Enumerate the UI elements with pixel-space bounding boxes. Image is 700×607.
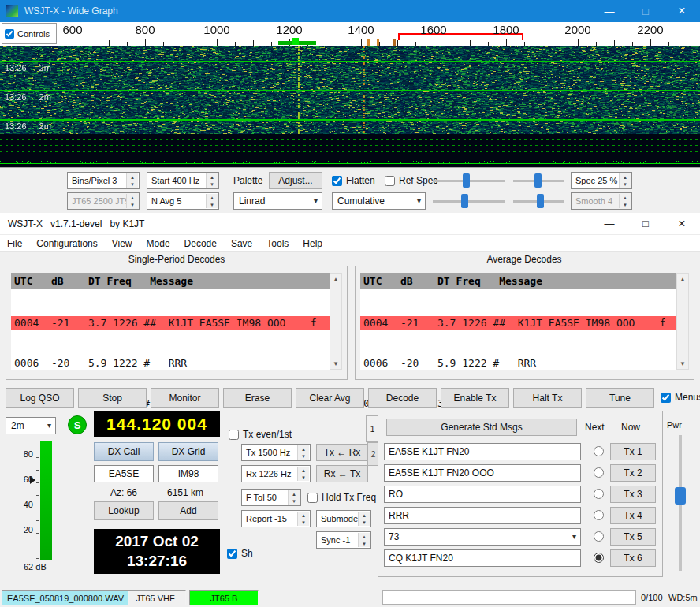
tx6-next-radio[interactable]	[594, 553, 604, 563]
zero-slider[interactable]	[513, 173, 564, 188]
spin-up-icon[interactable]: ▴	[359, 512, 370, 519]
pwr-slider-handle[interactable]	[675, 487, 686, 505]
tx3-next-radio[interactable]	[594, 489, 604, 499]
tx5-next-radio[interactable]	[594, 531, 604, 542]
tx-even-checkbox-input[interactable]	[229, 430, 239, 440]
spin-down-icon[interactable]: ▾	[298, 452, 309, 460]
flatten-checkbox[interactable]: Flatten	[332, 175, 375, 186]
tx1-now-button[interactable]: Tx 1	[610, 443, 656, 460]
slider-handle[interactable]	[534, 173, 542, 188]
spin-down-icon[interactable]: ▾	[298, 474, 309, 481]
menu-tools[interactable]: Tools	[259, 235, 296, 251]
hold-tx-freq-checkbox[interactable]: Hold Tx Freq	[307, 492, 376, 503]
waterfall-canvas[interactable]	[0, 46, 700, 167]
scroll-up-icon[interactable]: ▲	[677, 274, 688, 285]
spin-up-icon[interactable]: ▴	[298, 445, 309, 452]
zero2-slider[interactable]	[513, 194, 564, 208]
single-period-decode-list[interactable]: 0004 -21 3.7 1226 ## K1JT EA5SE IM98 OOO…	[11, 289, 330, 370]
gain2-slider[interactable]	[433, 194, 505, 208]
spin-down-icon[interactable]: ▾	[207, 181, 218, 188]
maximize-icon[interactable]: □	[627, 213, 664, 234]
frequency-scale[interactable]: Controls 600 800 1000 1200 1400 1600 180…	[0, 22, 700, 46]
spin-down-icon[interactable]: ▾	[289, 497, 300, 505]
start-freq-spinbox[interactable]: Start 400 Hz ▴▾	[147, 172, 219, 189]
decode-row[interactable]: 0006 -20 5.9 1222 # RRR	[11, 356, 330, 370]
dx-call-field[interactable]: EA5SE	[94, 465, 154, 482]
spin-up-icon[interactable]: ▴	[289, 490, 300, 497]
scroll-down-icon[interactable]: ▼	[677, 358, 688, 369]
slider-handle[interactable]	[537, 194, 544, 208]
ref-spec-checkbox-input[interactable]	[385, 176, 395, 186]
tx4-now-button[interactable]: Tx 4	[610, 507, 656, 524]
menu-mode[interactable]: Mode	[140, 235, 177, 251]
menu-configurations[interactable]: Configurations	[29, 235, 104, 251]
menu-decode[interactable]: Decode	[177, 235, 224, 251]
spin-up-icon[interactable]: ▴	[359, 533, 370, 540]
spin-up-icon[interactable]: ▴	[620, 173, 631, 181]
menu-view[interactable]: View	[105, 235, 140, 251]
menu-help[interactable]: Help	[296, 235, 330, 251]
clear-avg-button[interactable]: Clear Avg	[296, 388, 364, 408]
close-icon[interactable]: ×	[664, 0, 700, 22]
controls-checkbox-input[interactable]	[5, 29, 14, 39]
lookup-button[interactable]: Lookup	[94, 501, 154, 520]
bins-pixel-spinbox[interactable]: Bins/Pixel 3 ▴▾	[67, 172, 140, 189]
slider-handle[interactable]	[461, 194, 468, 208]
minimize-icon[interactable]: —	[591, 0, 627, 22]
decode-row[interactable]: 0006 -20 5.9 1222 # RRR	[360, 356, 676, 370]
wide-graph-titlebar[interactable]: WSJT-X - Wide Graph — □ ×	[0, 0, 700, 22]
tx-even-checkbox[interactable]: Tx even/1st	[229, 429, 292, 440]
log-qso-button[interactable]: Log QSO	[6, 388, 74, 408]
tab-2[interactable]: 2	[367, 442, 378, 466]
tx2-message-field[interactable]: EA5SE K1JT FN20 OOO	[384, 464, 581, 482]
ref-spec-checkbox[interactable]: Ref Spec	[385, 175, 438, 186]
enable-tx-button[interactable]: Enable Tx	[441, 388, 509, 408]
spin-down-icon[interactable]: ▾	[359, 519, 370, 526]
stop-button[interactable]: Stop	[78, 388, 147, 408]
main-titlebar[interactable]: WSJT-X v1.7.1-devel by K1JT — □ ×	[0, 213, 700, 235]
palette-combobox[interactable]: Linrad ▾	[233, 192, 322, 210]
scroll-up-icon[interactable]: ▲	[330, 274, 341, 285]
erase-button[interactable]: Erase	[223, 388, 292, 408]
tx2-now-button[interactable]: Tx 2	[610, 464, 656, 482]
menus-checkbox[interactable]: Menus	[661, 392, 700, 403]
sync-spinbox[interactable]: Sync -1 ▴▾	[316, 531, 371, 549]
sh-checkbox-input[interactable]	[227, 549, 237, 559]
spec-percent-spinbox[interactable]: Spec 25 % ▴▾	[571, 172, 632, 189]
band-combobox[interactable]: 2m ▾	[6, 417, 56, 434]
menu-save[interactable]: Save	[224, 235, 259, 251]
flatten-checkbox-input[interactable]	[332, 176, 342, 186]
hold-tx-freq-checkbox-input[interactable]	[307, 493, 318, 503]
tx4-next-radio[interactable]	[594, 510, 604, 520]
menus-checkbox-input[interactable]	[661, 393, 671, 403]
maximize-icon[interactable]: □	[627, 0, 664, 22]
spin-up-icon[interactable]: ▴	[207, 173, 218, 181]
spin-up-icon[interactable]: ▴	[298, 512, 309, 519]
decode-button[interactable]: Decode	[368, 388, 437, 408]
slider-handle[interactable]	[463, 173, 470, 188]
scrollbar[interactable]: ▲ ▼	[330, 273, 342, 370]
f-tol-spinbox[interactable]: F Tol 50 ▴▾	[241, 489, 301, 506]
spin-down-icon[interactable]: ▾	[127, 181, 138, 188]
close-icon[interactable]: ×	[664, 213, 700, 234]
adjust-button[interactable]: Adjust...	[269, 172, 322, 189]
submode-spinbox[interactable]: Submode B ▴▾	[316, 510, 371, 527]
tx3-message-field[interactable]: RO	[384, 486, 581, 503]
spin-down-icon[interactable]: ▾	[359, 540, 370, 547]
menu-file[interactable]: File	[0, 235, 29, 251]
display-mode-combobox[interactable]: Cumulative ▾	[332, 192, 426, 210]
dx-grid-button[interactable]: DX Grid	[158, 442, 218, 461]
rx-from-tx-button[interactable]: Rx ← Tx	[316, 465, 368, 482]
average-decode-list[interactable]: 0004 -21 3.7 1226 ## K1JT EA5SE IM98 OOO…	[360, 289, 676, 370]
scrollbar[interactable]: ▲ ▼	[676, 273, 689, 370]
decode-row[interactable]: 0004 -21 3.7 1226 ## K1JT EA5SE IM98 OOO…	[360, 316, 676, 330]
sh-checkbox[interactable]: Sh	[227, 548, 253, 559]
spin-down-icon[interactable]: ▾	[298, 519, 309, 526]
scroll-down-icon[interactable]: ▼	[330, 358, 341, 369]
tab-1[interactable]: 1	[366, 415, 378, 442]
tune-button[interactable]: Tune	[586, 388, 654, 408]
add-button[interactable]: Add	[158, 501, 218, 520]
report-spinbox[interactable]: Report -15 ▴▾	[241, 510, 311, 527]
minimize-icon[interactable]: —	[591, 213, 627, 234]
monitor-button[interactable]: Monitor	[151, 388, 219, 408]
